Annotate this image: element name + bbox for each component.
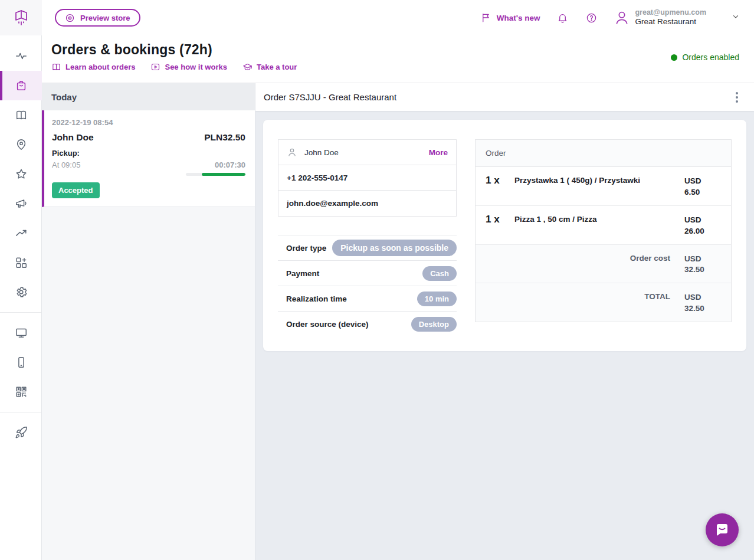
page-title: Orders & bookings (72h) xyxy=(51,42,740,58)
order-countdown-timer: 00:07:30 xyxy=(215,161,245,169)
preview-store-label: Preview store xyxy=(80,14,130,22)
sidebar-divider xyxy=(0,312,41,313)
book-icon xyxy=(51,62,61,72)
order-item-row: 1 x Pizza 1 , 50 cm / Pizza USD26.00 xyxy=(476,206,731,245)
order-detail-card: John Doe More +1 202-555-0147 john.doe@e… xyxy=(263,120,746,351)
order-time-label: At 09:05 xyxy=(52,161,80,169)
trending-up-icon xyxy=(15,227,28,240)
order-status-badge: Accepted xyxy=(52,182,100,198)
orders-bag-icon xyxy=(15,79,28,92)
take-a-tour-label: Take a tour xyxy=(257,63,297,71)
order-detail-title: Order S7SJJU - Great Restaurant xyxy=(264,92,396,102)
attr-payment-value-badge: Cash xyxy=(422,266,457,281)
sidebar-item-dashboard[interactable] xyxy=(0,41,42,71)
item-quantity: 1 x xyxy=(486,175,514,198)
attr-order-type: Order type Pickup as soon as possible xyxy=(278,235,457,260)
preview-store-button[interactable]: Preview store xyxy=(55,9,140,27)
orders-list-panel: Today 2022-12-19 08:54 John Doe PLN32.50… xyxy=(42,83,255,560)
location-pin-icon xyxy=(15,138,28,151)
learn-about-orders-link[interactable]: Learn about orders xyxy=(51,62,135,72)
sidebar-item-qr-codes[interactable] xyxy=(0,377,42,407)
order-list-item[interactable]: 2022-12-19 08:54 John Doe PLN32.50 Picku… xyxy=(42,110,255,207)
whats-new-button[interactable]: What's new xyxy=(481,12,540,23)
sidebar-divider xyxy=(0,412,41,412)
notifications-button[interactable] xyxy=(556,11,569,24)
app-root: Preview store What's new great@upmenu.co… xyxy=(0,0,754,560)
sidebar-item-home[interactable] xyxy=(0,0,42,35)
topbar: Preview store What's new great@upmenu.co… xyxy=(42,0,754,35)
item-price: USD26.00 xyxy=(684,214,721,237)
sidebar-item-launch[interactable] xyxy=(0,418,42,447)
attr-payment-label: Payment xyxy=(278,269,319,278)
take-a-tour-link[interactable]: Take a tour xyxy=(242,62,297,72)
order-total-value: USD32.50 xyxy=(684,291,721,315)
order-cost-row: Order cost USD32.50 xyxy=(476,245,731,284)
order-item-row: 1 x Przystawka 1 ( 450g) / Przystawki US… xyxy=(476,167,731,206)
orders-group-label: Today xyxy=(51,92,77,102)
see-how-it-works-label: See how it works xyxy=(165,63,227,71)
qr-code-icon xyxy=(15,385,28,398)
account-menu[interactable]: great@upmenu.com Great Restaurant xyxy=(614,8,706,28)
order-items-table: Order 1 x Przystawka 1 ( 450g) / Przysta… xyxy=(475,139,732,322)
help-button[interactable] xyxy=(585,11,598,24)
orders-status-label: Orders enabled xyxy=(682,53,739,62)
page-header: Orders & bookings (72h) Learn about orde… xyxy=(42,35,754,83)
sidebar-item-mobile-app[interactable] xyxy=(0,348,42,377)
sidebar-item-marketing[interactable] xyxy=(0,189,42,218)
order-actions-menu-button[interactable] xyxy=(730,90,744,104)
sidebar-rail xyxy=(0,0,42,560)
chevron-down-icon xyxy=(732,12,740,21)
page-header-links: Learn about orders See how it works Take… xyxy=(51,62,740,72)
order-total: PLN32.50 xyxy=(204,132,245,143)
desktop-icon xyxy=(15,326,28,339)
sidebar-item-settings[interactable] xyxy=(0,277,42,307)
customer-name-row: John Doe More xyxy=(278,140,456,165)
bell-icon xyxy=(557,12,568,24)
account-email: great@upmenu.com xyxy=(635,8,706,18)
gear-icon xyxy=(15,286,28,299)
customer-phone-row: +1 202-555-0147 xyxy=(278,165,456,191)
customer-column: John Doe More +1 202-555-0147 john.doe@e… xyxy=(278,139,457,336)
customer-more-link[interactable]: More xyxy=(429,148,448,157)
attr-order-type-value-badge: Pickup as soon as possible xyxy=(332,240,457,256)
star-icon xyxy=(15,168,28,181)
sidebar-item-integrations[interactable] xyxy=(0,248,42,277)
see-how-it-works-link[interactable]: See how it works xyxy=(150,62,227,72)
account-info: great@upmenu.com Great Restaurant xyxy=(635,8,706,28)
mobile-icon xyxy=(15,356,28,369)
person-icon xyxy=(287,147,297,158)
sidebar-item-locations[interactable] xyxy=(0,130,42,159)
widgets-add-icon xyxy=(15,256,28,269)
megaphone-icon xyxy=(15,197,28,210)
rocket-icon xyxy=(15,426,28,439)
orders-group-header: Today xyxy=(42,83,255,110)
chat-launcher-button[interactable] xyxy=(706,513,739,546)
order-attributes: Order type Pickup as soon as possible Pa… xyxy=(278,235,457,336)
order-detail-area: Order S7SJJU - Great Restaurant John Doe… xyxy=(255,83,754,560)
order-total-label: TOTAL xyxy=(644,291,670,301)
attr-realization-time: Realization time 10 min xyxy=(278,286,457,311)
customer-contact-box: John Doe More +1 202-555-0147 john.doe@e… xyxy=(278,139,457,217)
sidebar-item-reports[interactable] xyxy=(0,218,42,248)
help-icon xyxy=(586,12,597,24)
body-area: Today 2022-12-19 08:54 John Doe PLN32.50… xyxy=(42,83,754,560)
attr-realization-time-value-badge: 10 min xyxy=(417,292,457,306)
whats-new-label: What's new xyxy=(497,14,540,22)
chat-bubble-icon xyxy=(714,522,730,538)
status-dot-icon xyxy=(671,54,677,61)
order-cost-value: USD32.50 xyxy=(684,253,721,276)
account-chevron-button[interactable] xyxy=(732,12,740,23)
attr-order-source-value-badge: Desktop xyxy=(411,317,457,332)
sidebar-item-orders[interactable] xyxy=(0,71,42,100)
customer-email-row: john.doe@example.com xyxy=(278,191,456,216)
sidebar-item-reviews[interactable] xyxy=(0,159,42,189)
sidebar-item-menu[interactable] xyxy=(0,100,42,130)
graduation-cap-icon xyxy=(242,62,253,72)
sidebar-item-website[interactable] xyxy=(0,318,42,348)
order-customer-name: John Doe xyxy=(52,132,94,143)
order-type-label: Pickup: xyxy=(52,149,245,158)
order-datetime: 2022-12-19 08:54 xyxy=(52,118,245,127)
item-name: Przystawka 1 ( 450g) / Przystawki xyxy=(514,175,684,198)
flag-icon xyxy=(481,12,491,23)
order-total-row: TOTAL USD32.50 xyxy=(476,283,731,322)
